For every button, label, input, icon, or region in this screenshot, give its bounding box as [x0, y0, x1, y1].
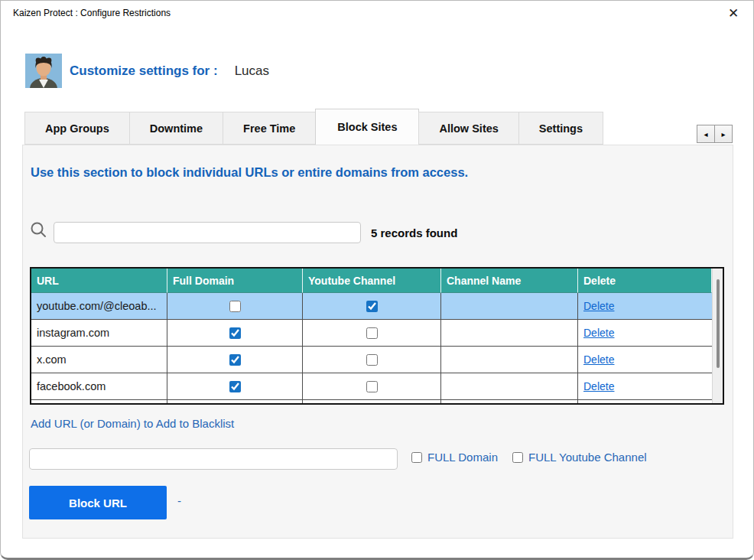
add-url-input[interactable]: [29, 448, 398, 470]
channel-name-cell: [441, 373, 578, 400]
tab-downtime[interactable]: Downtime: [129, 112, 223, 145]
full-youtube-label: FULL Youtube Channel: [528, 451, 647, 464]
youtube-channel-row-checkbox[interactable]: [366, 354, 378, 366]
tab-block-sites[interactable]: Block Sites: [315, 109, 419, 145]
youtube-channel-row-checkbox[interactable]: [366, 327, 378, 339]
user-avatar: [25, 54, 62, 88]
close-icon[interactable]: ✕: [724, 5, 743, 23]
search-input[interactable]: [54, 222, 361, 243]
user-header: Customize settings for : Lucas: [25, 54, 269, 88]
tab-app-groups[interactable]: App Groups: [24, 112, 130, 145]
full-domain-row-checkbox[interactable]: [229, 381, 241, 392]
tab-scroll-left-icon[interactable]: ◂: [697, 125, 715, 143]
table-grid: URL Full Domain Youtube Channel Channel …: [31, 269, 712, 403]
table-scrollbar-thumb[interactable]: [717, 279, 720, 368]
section-heading: Use this section to block individual URL…: [31, 165, 468, 180]
dash-text: -: [177, 494, 181, 507]
full-domain-checkbox[interactable]: [411, 452, 422, 463]
table-row: x.com Delete: [31, 347, 712, 373]
channel-name-cell: [441, 320, 578, 347]
channel-name-cell: [441, 347, 578, 373]
delete-link[interactable]: Delete: [583, 300, 614, 312]
full-domain-row-checkbox[interactable]: [229, 301, 241, 312]
blocked-sites-table: URL Full Domain Youtube Channel Channel …: [30, 267, 724, 405]
delete-link[interactable]: Delete: [583, 327, 614, 339]
youtube-channel-row-checkbox[interactable]: [366, 301, 378, 312]
tab-bar: App Groups Downtime Free Time Block Site…: [24, 109, 603, 145]
column-header-channel-name: Channel Name: [441, 269, 578, 293]
app-window: Kaizen Protect : Configure Restrictions …: [0, 0, 754, 560]
full-domain-row-checkbox[interactable]: [229, 327, 241, 339]
block-url-button[interactable]: Block URL: [29, 486, 167, 519]
table-scrollbar[interactable]: [712, 269, 723, 403]
tab-settings[interactable]: Settings: [518, 112, 603, 145]
column-header-full-domain: Full Domain: [167, 269, 303, 293]
column-header-url: URL: [31, 269, 167, 293]
table-row: facebook.com Delete: [31, 373, 712, 400]
delete-link[interactable]: Delete: [583, 380, 614, 392]
column-header-delete: Delete: [578, 269, 712, 293]
url-cell: instagram.com: [31, 320, 167, 347]
customize-settings-label: Customize settings for :: [70, 63, 218, 79]
records-found-label: 5 records found: [371, 226, 457, 239]
table-header-row: URL Full Domain Youtube Channel Channel …: [31, 269, 712, 293]
tab-scroll-right-icon[interactable]: ▸: [714, 125, 733, 143]
full-youtube-option: FULL Youtube Channel: [512, 451, 647, 464]
url-cell: x.com: [31, 347, 167, 373]
full-domain-label: FULL Domain: [427, 451, 498, 464]
youtube-channel-row-checkbox[interactable]: [366, 381, 378, 392]
search-icon: [29, 220, 47, 239]
tab-allow-sites[interactable]: Allow Sites: [418, 112, 518, 145]
table-row-partial: [31, 400, 712, 403]
table-row: youtube.com/@cleoab... Delete: [31, 293, 712, 320]
url-cell: facebook.com: [31, 373, 167, 400]
full-youtube-checkbox[interactable]: [512, 452, 523, 463]
tab-free-time[interactable]: Free Time: [223, 112, 316, 145]
user-name: Lucas: [235, 63, 269, 79]
delete-link[interactable]: Delete: [583, 353, 614, 366]
full-domain-option: FULL Domain: [411, 451, 498, 464]
tab-scroll-buttons: ◂ ▸: [697, 125, 733, 143]
block-sites-panel: Use this section to block individual URL…: [22, 145, 733, 539]
table-row: instagram.com Delete: [31, 320, 712, 347]
full-domain-row-checkbox[interactable]: [229, 354, 241, 366]
column-header-youtube-channel: Youtube Channel: [303, 269, 441, 293]
title-bar: Kaizen Protect : Configure Restrictions …: [1, 1, 753, 25]
url-cell: youtube.com/@cleoab...: [31, 293, 167, 320]
window-title: Kaizen Protect : Configure Restrictions: [13, 8, 171, 18]
add-url-label: Add URL (or Domain) to Add to Blacklist: [31, 417, 234, 430]
channel-name-cell: [441, 293, 578, 320]
